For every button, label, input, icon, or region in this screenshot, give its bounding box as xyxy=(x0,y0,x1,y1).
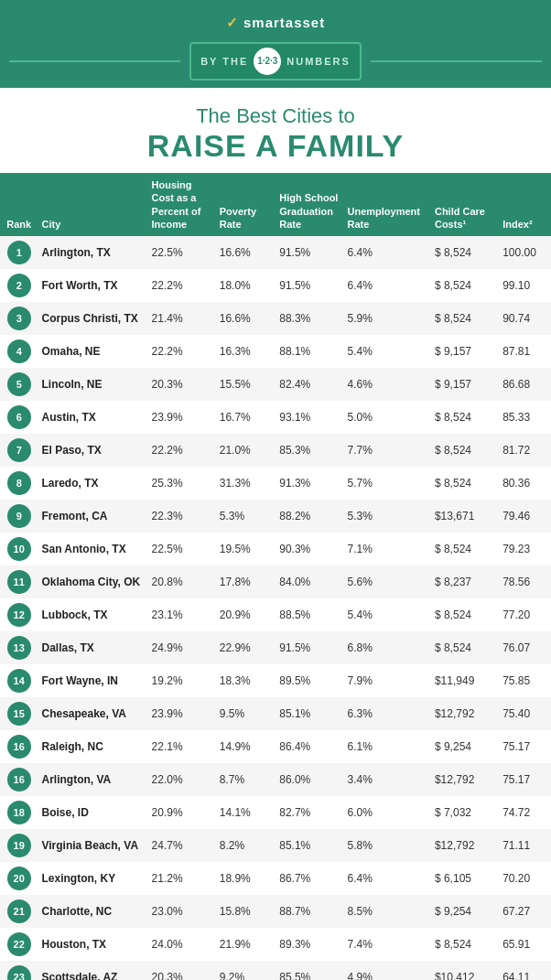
cell-housing: 20.3% xyxy=(148,961,216,980)
cell-childcare: $ 9,157 xyxy=(431,368,499,401)
cell-hsgrad: 82.4% xyxy=(276,368,343,401)
cell-housing: 24.9% xyxy=(148,631,216,664)
rank-badge: 5 xyxy=(7,372,31,396)
cell-index: 90.74 xyxy=(499,302,551,335)
table-row: 11Oklahoma City, OK20.8%17.8%84.0%5.6%$ … xyxy=(0,565,551,598)
table-row: 21Charlotte, NC23.0%15.8%88.7%8.5%$ 9,25… xyxy=(0,895,551,928)
cell-index: 67.27 xyxy=(499,895,551,928)
cell-hsgrad: 93.1% xyxy=(276,401,343,434)
cell-childcare: $ 9,254 xyxy=(431,730,499,763)
cell-unemp: 5.4% xyxy=(343,598,430,631)
city-name: Austin, TX xyxy=(41,411,95,424)
city-name: Corpus Christi, TX xyxy=(41,312,137,325)
cell-childcare: $12,792 xyxy=(431,829,499,862)
cell-housing: 22.2% xyxy=(148,335,216,368)
city-name: Scottsdale, AZ xyxy=(41,971,117,980)
cell-housing: 22.5% xyxy=(148,236,216,269)
rank-badge: 21 xyxy=(7,899,31,923)
table-row: 19Virginia Beach, VA24.7%8.2%85.1%5.8%$1… xyxy=(0,829,551,862)
cell-rank: 1 xyxy=(0,236,38,269)
cell-index: 76.07 xyxy=(499,631,551,664)
rank-badge: 7 xyxy=(7,438,31,462)
col-hsgrad: High School Graduation Rate xyxy=(276,173,343,236)
rank-badge: 14 xyxy=(7,669,31,693)
cell-poverty: 19.5% xyxy=(216,533,276,565)
cell-rank: 11 xyxy=(0,565,38,598)
cell-rank: 19 xyxy=(0,829,38,862)
table-row: 15Chesapeake, VA23.9%9.5%85.1%6.3%$12,79… xyxy=(0,697,551,730)
cell-rank: 13 xyxy=(0,631,38,664)
cell-index: 85.33 xyxy=(499,401,551,434)
cell-unemp: 7.4% xyxy=(343,928,430,961)
title-subtitle: The Best Cities to xyxy=(18,104,533,128)
city-name: Lubbock, TX xyxy=(41,608,107,621)
table-row: 22Houston, TX24.0%21.9%89.3%7.4%$ 8,5246… xyxy=(0,928,551,961)
rank-badge: 3 xyxy=(7,307,31,330)
cell-housing: 22.1% xyxy=(148,730,216,763)
cell-index: 78.56 xyxy=(499,565,551,598)
table-row: 1Arlington, TX22.5%16.6%91.5%6.4%$ 8,524… xyxy=(0,236,551,269)
cell-poverty: 16.6% xyxy=(216,236,276,269)
cell-poverty: 8.7% xyxy=(216,763,276,796)
by-the-numbers-banner: BY THE 1·2·3 NUMBERS xyxy=(0,37,551,88)
cell-hsgrad: 89.5% xyxy=(276,664,343,697)
cell-hsgrad: 85.3% xyxy=(276,434,343,467)
city-name: Lexington, KY xyxy=(41,872,115,885)
rank-badge: 22 xyxy=(7,932,31,956)
cell-unemp: 6.0% xyxy=(343,796,430,829)
cell-poverty: 21.9% xyxy=(216,928,276,961)
city-name: El Paso, TX xyxy=(41,444,101,457)
cell-poverty: 20.9% xyxy=(216,598,276,631)
cell-city: Houston, TX xyxy=(38,928,147,961)
rank-badge: 10 xyxy=(7,537,31,561)
city-name: Arlington, TX xyxy=(41,246,110,259)
cell-housing: 21.4% xyxy=(148,302,216,335)
cell-index: 65.91 xyxy=(499,928,551,961)
cell-rank: 4 xyxy=(0,335,38,368)
by-the-text: BY THE xyxy=(200,56,248,67)
col-rank: Rank xyxy=(0,173,38,236)
cell-unemp: 4.9% xyxy=(343,961,430,980)
cell-unemp: 3.4% xyxy=(343,763,430,796)
table-row: 12Lubbock, TX23.1%20.9%88.5%5.4%$ 8,5247… xyxy=(0,598,551,631)
cell-city: Omaha, NE xyxy=(38,335,147,368)
cell-childcare: $ 8,524 xyxy=(431,598,499,631)
city-name: San Antonio, TX xyxy=(41,543,125,555)
cell-city: Scottsdale, AZ xyxy=(38,961,147,980)
cell-city: Lexington, KY xyxy=(38,862,147,895)
cell-unemp: 6.4% xyxy=(343,236,430,269)
rank-badge: 18 xyxy=(7,801,31,824)
cell-hsgrad: 85.1% xyxy=(276,697,343,730)
cell-hsgrad: 88.7% xyxy=(276,895,343,928)
cell-rank: 16 xyxy=(0,730,38,763)
title-main: RAISE A FAMILY xyxy=(18,128,533,164)
cell-rank: 16 xyxy=(0,763,38,796)
cell-index: 70.20 xyxy=(499,862,551,895)
rank-badge: 8 xyxy=(7,471,31,495)
table-row: 8Laredo, TX25.3%31.3%91.3%5.7%$ 8,52480.… xyxy=(0,467,551,500)
cell-rank: 10 xyxy=(0,533,38,565)
cell-unemp: 6.4% xyxy=(343,862,430,895)
cell-hsgrad: 85.5% xyxy=(276,961,343,980)
cell-hsgrad: 85.1% xyxy=(276,829,343,862)
cell-childcare: $ 9,157 xyxy=(431,335,499,368)
cell-rank: 14 xyxy=(0,664,38,697)
table-row: 16Raleigh, NC22.1%14.9%86.4%6.1%$ 9,2547… xyxy=(0,730,551,763)
cell-childcare: $ 8,524 xyxy=(431,467,499,500)
cell-city: Arlington, TX xyxy=(38,236,147,269)
rank-badge: 1 xyxy=(7,241,31,264)
city-name: Fort Worth, TX xyxy=(41,279,117,292)
city-name: Omaha, NE xyxy=(41,345,100,358)
rank-badge: 23 xyxy=(7,965,31,980)
city-name: Dallas, TX xyxy=(41,641,93,654)
table-row: 7El Paso, TX22.2%21.0%85.3%7.7%$ 8,52481… xyxy=(0,434,551,467)
cell-index: 64.11 xyxy=(499,961,551,980)
cell-poverty: 16.3% xyxy=(216,335,276,368)
col-poverty: Poverty Rate xyxy=(216,173,276,236)
cell-rank: 23 xyxy=(0,961,38,980)
cell-poverty: 14.1% xyxy=(216,796,276,829)
cell-city: El Paso, TX xyxy=(38,434,147,467)
numbers-badge: BY THE 1·2·3 NUMBERS xyxy=(189,42,362,81)
cell-index: 79.46 xyxy=(499,500,551,533)
col-childcare: Child Care Costs¹ xyxy=(431,173,499,236)
